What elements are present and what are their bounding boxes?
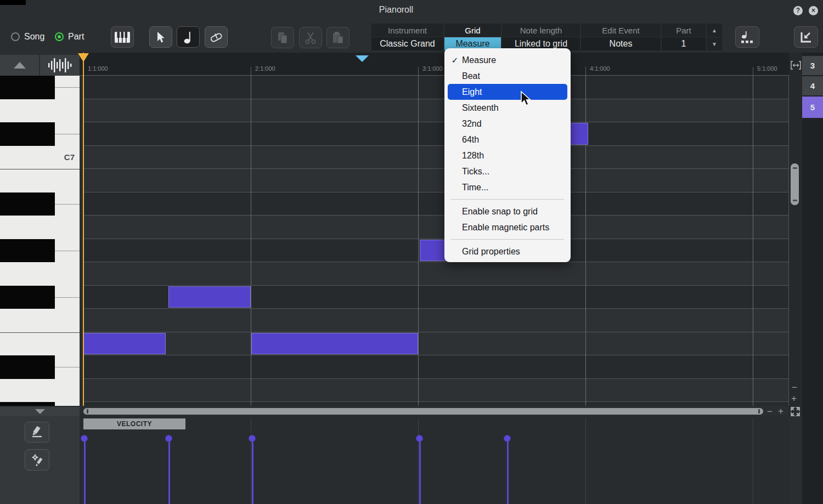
velocity-draw-button[interactable] bbox=[25, 422, 49, 443]
velocity-settings-button[interactable] bbox=[25, 449, 49, 471]
keyboard-toggle-button[interactable] bbox=[111, 26, 134, 48]
piano-key-d-6[interactable] bbox=[0, 355, 55, 379]
piano-keyboard[interactable]: C7 bbox=[0, 76, 80, 406]
menu-item-64th[interactable]: 64th bbox=[448, 132, 567, 148]
part-tab-5[interactable]: 5 bbox=[802, 97, 823, 118]
copy-button[interactable] bbox=[271, 27, 294, 48]
select-tool-button[interactable] bbox=[149, 26, 172, 48]
velocity-lane[interactable] bbox=[80, 416, 789, 504]
menu-item-label: 32nd bbox=[462, 119, 482, 129]
settings-value-part[interactable]: 1 bbox=[662, 37, 706, 50]
menu-item-label: Eight bbox=[462, 87, 482, 97]
velocity-stem[interactable] bbox=[168, 439, 170, 504]
settings-column-grid: GridMeasure bbox=[444, 24, 501, 50]
part-tab-3[interactable]: 3 bbox=[802, 56, 823, 75]
settings-header-part[interactable]: Part bbox=[662, 24, 706, 37]
keyboard-scroll-up-button[interactable] bbox=[0, 55, 39, 76]
velocity-stem-handle[interactable] bbox=[249, 435, 256, 442]
piano-key-g-6[interactable] bbox=[0, 239, 55, 263]
menu-item-enable-snap-to-grid[interactable]: Enable snap to grid bbox=[448, 203, 567, 219]
settings-header-grid[interactable]: Grid bbox=[444, 24, 501, 37]
velocity-stem-handle[interactable] bbox=[81, 435, 88, 442]
mouse-cursor bbox=[519, 90, 532, 109]
menu-separator bbox=[451, 239, 564, 240]
horizontal-scrollbar[interactable] bbox=[83, 408, 763, 415]
song-radio[interactable] bbox=[11, 32, 20, 41]
menu-item-beat[interactable]: Beat bbox=[448, 68, 567, 84]
menu-item-grid-properties[interactable]: Grid properties bbox=[448, 243, 567, 259]
velocity-stem[interactable] bbox=[419, 439, 421, 504]
timeline-ruler[interactable]: 1:1:0002:1:0003:1:0004:1:0005:1:000 bbox=[80, 53, 789, 76]
part-tab-4[interactable]: 4 bbox=[802, 76, 823, 95]
menu-item-128th[interactable]: 128th bbox=[448, 148, 567, 163]
white-key-divider bbox=[55, 367, 80, 367]
eraser-tool-button[interactable] bbox=[205, 26, 228, 48]
menu-separator bbox=[451, 199, 564, 200]
playhead-marker[interactable] bbox=[78, 53, 89, 62]
part-down-button[interactable]: ▼ bbox=[707, 37, 722, 50]
horizontal-zoom-in-button[interactable]: + bbox=[778, 406, 783, 417]
velocity-stem-handle[interactable] bbox=[165, 435, 172, 442]
menu-item-eight[interactable]: Eight bbox=[448, 84, 567, 100]
menu-item-sixteenth[interactable]: Sixteenth bbox=[448, 100, 567, 116]
piano-key-f-6[interactable] bbox=[0, 286, 55, 309]
audition-wave-button[interactable] bbox=[40, 55, 80, 76]
menu-item-measure[interactable]: ✓Measure bbox=[448, 52, 567, 68]
screen-corner bbox=[0, 0, 26, 5]
piano-key-c-6[interactable] bbox=[0, 402, 55, 406]
part-radio[interactable] bbox=[55, 32, 64, 41]
part-end-marker[interactable] bbox=[356, 55, 369, 62]
settings-column-edit-event: Edit EventNotes bbox=[581, 24, 661, 50]
settings-header-edit-event[interactable]: Edit Event bbox=[581, 24, 661, 37]
part-radio-label[interactable]: Part bbox=[68, 32, 84, 42]
note-tool-icon bbox=[184, 31, 193, 44]
midi-note-e6-1-1-000[interactable] bbox=[83, 333, 166, 354]
copy-icon bbox=[277, 31, 289, 44]
white-key-divider bbox=[0, 169, 80, 169]
velocity-stem-handle[interactable] bbox=[504, 435, 511, 442]
close-button[interactable]: × bbox=[809, 6, 818, 15]
settings-column-part: Part1 bbox=[662, 24, 706, 50]
timeline-tick bbox=[418, 67, 419, 76]
cut-button[interactable] bbox=[299, 27, 322, 48]
menu-item-ticks[interactable]: Ticks... bbox=[448, 163, 567, 179]
midi-note-f-6-1-3-000[interactable] bbox=[168, 286, 251, 308]
scrollbar-grip bbox=[793, 200, 797, 201]
quantize-button[interactable] bbox=[735, 26, 759, 48]
help-button[interactable]: ? bbox=[793, 6, 803, 15]
fit-width-button[interactable] bbox=[790, 59, 802, 73]
midi-note-e6-2-1-000[interactable] bbox=[251, 333, 418, 354]
menu-item-time[interactable]: Time... bbox=[448, 179, 567, 195]
menu-item-label: Enable snap to grid bbox=[462, 207, 538, 217]
paste-button[interactable] bbox=[326, 27, 350, 48]
settings-header-note-length[interactable]: Note length bbox=[502, 24, 580, 37]
piano-key-c-7[interactable] bbox=[0, 122, 55, 146]
measure-gridline bbox=[251, 76, 251, 406]
velocity-stem[interactable] bbox=[252, 439, 253, 504]
velocity-stem-handle[interactable] bbox=[416, 435, 423, 442]
menu-item-32nd[interactable]: 32nd bbox=[448, 116, 567, 132]
keyboard-collapse-bar[interactable] bbox=[0, 407, 80, 416]
vertical-zoom-in-button[interactable]: + bbox=[791, 393, 797, 404]
settings-column-arrows: ▲▼ bbox=[707, 24, 722, 50]
grid-row-d-6 bbox=[83, 355, 789, 379]
vertical-scrollbar[interactable] bbox=[791, 163, 799, 205]
settings-value-instrument[interactable]: Classic Grand bbox=[371, 37, 443, 50]
piano-key-a-6[interactable] bbox=[0, 192, 55, 216]
velocity-stem[interactable] bbox=[507, 439, 509, 504]
timeline-tick bbox=[585, 67, 586, 76]
note-tool-button[interactable] bbox=[177, 26, 200, 48]
fullscreen-button[interactable] bbox=[790, 406, 801, 419]
velocity-stem[interactable] bbox=[84, 439, 86, 504]
piano-key-d-7[interactable] bbox=[0, 76, 55, 99]
song-radio-label[interactable]: Song bbox=[24, 32, 44, 42]
import-to-song-button[interactable] bbox=[794, 26, 818, 48]
part-up-button[interactable]: ▲ bbox=[707, 24, 722, 37]
menu-item-enable-magnetic-parts[interactable]: Enable magnetic parts bbox=[448, 219, 567, 235]
settings-header-instrument[interactable]: Instrument bbox=[371, 24, 443, 37]
grid-row-c7 bbox=[83, 146, 789, 169]
vertical-zoom-out-button[interactable]: − bbox=[792, 382, 797, 393]
settings-value-edit-event[interactable]: Notes bbox=[581, 37, 661, 50]
editor-settings-bar: InstrumentClassic GrandGridMeasureNote l… bbox=[371, 24, 722, 50]
measure-gridline bbox=[753, 76, 753, 406]
